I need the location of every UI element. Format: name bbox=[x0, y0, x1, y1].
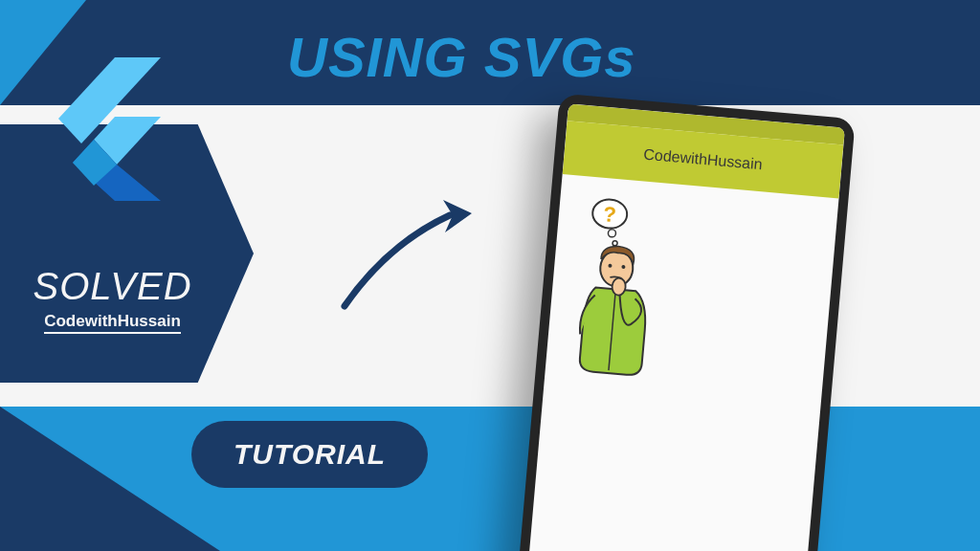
phone-mockup: CodewithHussain ? bbox=[513, 94, 856, 551]
brand-label: CodewithHussain bbox=[44, 312, 181, 334]
flutter-logo-icon bbox=[48, 57, 163, 205]
svg-point-7 bbox=[608, 230, 616, 238]
arrow-icon bbox=[330, 187, 483, 324]
diagonal-accent-bottom bbox=[0, 407, 220, 551]
thinking-person-illustration: ? bbox=[559, 189, 676, 387]
app-bar-title: CodewithHussain bbox=[643, 145, 764, 173]
svg-point-13 bbox=[612, 277, 627, 296]
svg-text:?: ? bbox=[602, 202, 617, 227]
main-title: USING SVGs bbox=[287, 25, 636, 89]
phone-screen: CodewithHussain ? bbox=[523, 103, 845, 551]
tutorial-pill: TUTORIAL bbox=[191, 421, 428, 488]
solved-label: SOLVED bbox=[33, 265, 191, 308]
phone-body: ? bbox=[544, 174, 839, 416]
svg-point-8 bbox=[612, 240, 617, 245]
